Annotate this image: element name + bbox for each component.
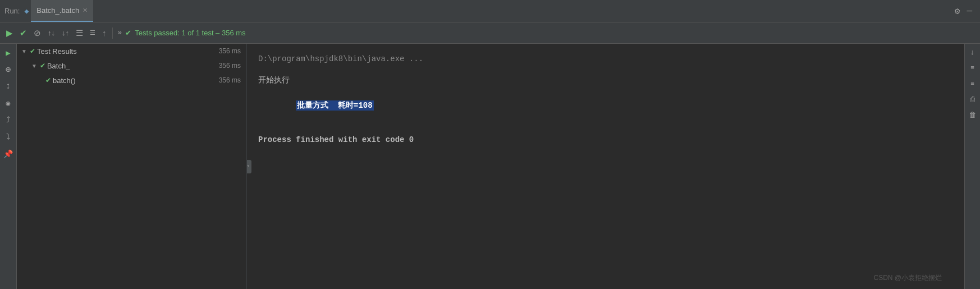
main-area: ▶ ⊕ ↕ ◉ ⤴ ⤵ 📌 ▼ ✔ Test Results 356 ms ▼ … — [0, 44, 980, 289]
stop-button[interactable]: ⊘ — [31, 26, 44, 40]
filter2-button[interactable]: ☰ — [87, 27, 98, 39]
toggle-root[interactable]: ▼ — [21, 48, 27, 54]
output-section-3: Process finished with exit code 0 — [258, 134, 953, 146]
right-icon-lines2[interactable]: ≡ — [967, 77, 979, 90]
sidebar-run-icon[interactable]: ▶ — [2, 46, 15, 59]
watermark: CSDN @小袁拒绝摆烂 — [873, 273, 942, 283]
child2-label: batch() — [53, 76, 219, 85]
sidebar-sort-icon[interactable]: ↕ — [2, 80, 15, 93]
right-icon-down[interactable]: ↓ — [967, 46, 979, 58]
expand-icon: » — [116, 29, 125, 37]
test-passed-badge: ✔ Tests passed: 1 of 1 test – 356 ms — [125, 29, 245, 37]
filter1-button[interactable]: ☰ — [73, 26, 86, 40]
check-button[interactable]: ✔ — [17, 26, 30, 40]
right-icon-lines1[interactable]: ≡ — [967, 62, 979, 74]
minimize-icon[interactable]: — — [963, 4, 976, 19]
run-label: Run: — [4, 7, 20, 15]
passed-check-icon: ✔ — [125, 29, 131, 37]
sidebar-pin-icon[interactable]: 📌 — [2, 147, 15, 160]
sidebar-camera-icon[interactable]: ◉ — [2, 97, 15, 110]
output-highlight-span: 批量方式 耗时=108 — [296, 100, 373, 111]
output-finish-line: Process finished with exit code 0 — [258, 134, 953, 146]
test-results-panel: ▼ ✔ Test Results 356 ms ▼ ✔ Batch_ 356 m… — [17, 44, 247, 289]
output-java-line: D:\program\hspjdk8\bin\java.exe ... — [258, 53, 953, 65]
check-child1-icon: ✔ — [40, 62, 45, 70]
tree-row-child2[interactable]: ✔ batch() 356 ms — [17, 73, 246, 88]
right-icon-print[interactable]: ⎙ — [967, 93, 979, 105]
tree-row-child1[interactable]: ▼ ✔ Batch_ 356 ms — [17, 58, 246, 73]
child1-label: Batch_ — [47, 62, 219, 70]
settings-icon[interactable]: ⚙ — [951, 3, 964, 19]
resize-handle[interactable]: ↔ — [247, 160, 251, 173]
output-section-2: 开始执行 批量方式 耗时=108 — [258, 74, 953, 125]
right-icon-delete[interactable]: 🗑 — [967, 109, 979, 121]
toggle-child1[interactable]: ▼ — [31, 63, 37, 69]
right-sidebar: ↓ ≡ ≡ ⎙ 🗑 — [964, 44, 980, 289]
sort-asc-button[interactable]: ↑↓ — [45, 26, 58, 39]
child2-time: 356 ms — [219, 76, 241, 84]
sort-desc-button[interactable]: ↓↑ — [59, 26, 72, 39]
tab-bar: Run: ◆ Batch_.batch ✕ ⚙ — — [0, 0, 980, 22]
root-label: Test Results — [37, 47, 219, 56]
play-button[interactable]: ▶ — [3, 26, 16, 40]
toolbar: ▶ ✔ ⊘ ↑↓ ↓↑ ☰ ☰ ↑ » ✔ Tests passed: 1 of… — [0, 22, 980, 44]
output-start-line: 开始执行 — [258, 74, 953, 86]
sidebar-plus-icon[interactable]: ⊕ — [2, 63, 15, 76]
sidebar-download-icon[interactable]: ⤵ — [2, 130, 15, 144]
toolbar-separator — [112, 27, 113, 39]
up-button[interactable]: ↑ — [99, 26, 109, 40]
run-icon: ◆ — [24, 7, 29, 16]
left-sidebar: ▶ ⊕ ↕ ◉ ⤴ ⤵ 📌 — [0, 44, 17, 289]
tree-row-root[interactable]: ▼ ✔ Test Results 356 ms — [17, 44, 246, 58]
output-highlighted-line: 批量方式 耗时=108 — [258, 87, 953, 125]
check-child2-icon: ✔ — [45, 76, 51, 84]
tab-close-icon[interactable]: ✕ — [83, 7, 88, 14]
root-time: 356 ms — [219, 47, 241, 55]
test-passed-text: Tests passed: 1 of 1 test – 356 ms — [135, 29, 245, 37]
output-section-1: D:\program\hspjdk8\bin\java.exe ... — [258, 53, 953, 65]
tab-label: Batch_.batch — [36, 6, 79, 15]
tab-item[interactable]: Batch_.batch ✕ — [31, 0, 93, 22]
output-panel: ↔ D:\program\hspjdk8\bin\java.exe ... 开始… — [247, 44, 964, 289]
check-root-icon: ✔ — [30, 47, 35, 55]
sidebar-upload-icon[interactable]: ⤴ — [2, 113, 15, 127]
child1-time: 356 ms — [219, 62, 241, 70]
